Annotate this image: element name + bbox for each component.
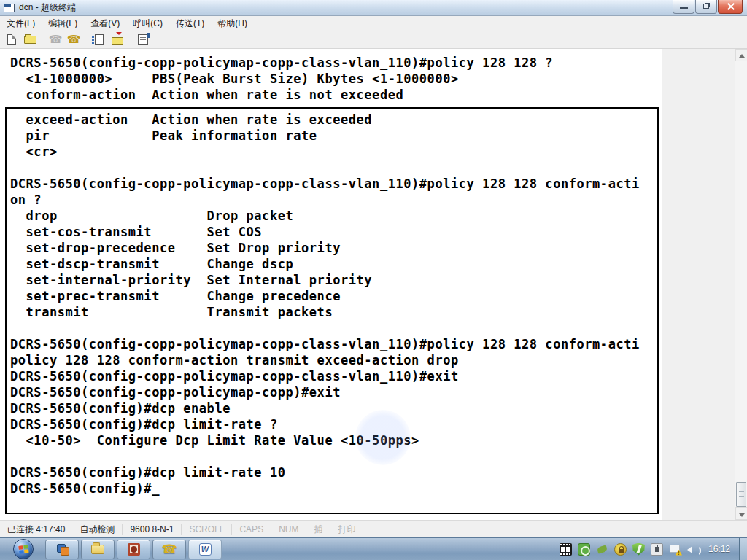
send-file-icon: [95, 34, 104, 45]
scrollbar-thumb[interactable]: [736, 482, 746, 507]
open-folder-icon: [24, 36, 36, 44]
title-bar[interactable]: dcn - 超级终端: [0, 0, 747, 16]
status-baud: 9600 8-N-1: [123, 524, 182, 535]
screen-record-icon[interactable]: [578, 543, 590, 556]
terminal-line: <1-1000000> PBS(Peak Burst Size) Kbytes …: [10, 71, 553, 87]
taskbar-clock[interactable]: 16:12: [708, 544, 730, 554]
hang-up-button[interactable]: ☎: [65, 32, 82, 47]
network-warning-icon[interactable]: [669, 543, 681, 556]
terminal-line: DCRS-5650(config)#dcp enable: [10, 400, 640, 416]
status-capture: 捕: [306, 524, 330, 535]
vertical-scrollbar[interactable]: [735, 49, 747, 520]
restore-button[interactable]: [695, 0, 717, 14]
antivirus-shield-icon[interactable]: [632, 543, 645, 556]
status-caps: CAPS: [232, 524, 271, 535]
properties-icon: [138, 34, 148, 45]
terminal-client-area[interactable]: DCRS-5650(config-copp-policymap-copp-cla…: [0, 49, 747, 520]
system-tray: 16:12: [560, 538, 747, 560]
open-button[interactable]: [21, 32, 39, 47]
toolbar: ☎ ☎: [0, 31, 747, 49]
security-lock-icon[interactable]: [614, 543, 627, 556]
overlapping-windows-icon: [57, 544, 68, 554]
taskbar-button-explorer[interactable]: [81, 540, 115, 559]
terminal-line: set-dscp-transmit Change dscp: [10, 256, 640, 272]
terminal-line: policy 128 128 conform-action transmit e…: [10, 352, 640, 368]
terminal-scrollback: DCRS-5650(config-copp-policymap-copp-cla…: [10, 55, 553, 103]
volume-icon[interactable]: [687, 543, 700, 556]
status-connected: 已连接 4:17:40: [0, 524, 72, 535]
terminal-line: [10, 160, 640, 176]
terminal-line: <cr>: [10, 144, 640, 160]
send-file-button[interactable]: [90, 32, 108, 47]
terminal-screen: exceed-action Action when rate is exceed…: [10, 112, 640, 497]
terminal-line: DCRS-5650(config-copp-policymap-copp-cla…: [10, 336, 640, 352]
terminal-line: set-drop-precedence Set Drop priority: [10, 240, 640, 256]
restore-icon: [703, 4, 709, 9]
new-connection-button[interactable]: [3, 32, 20, 47]
new-connection-icon: [7, 34, 16, 45]
terminal-line: pir Peak information rate: [10, 128, 640, 144]
terminal-text-region[interactable]: DCRS-5650(config-copp-policymap-copp-cla…: [0, 49, 662, 520]
terminal-line: DCRS-5650(config-copp-policymap-copp)#ex…: [10, 384, 640, 400]
terminal-line: exceed-action Action when rate is exceed…: [10, 112, 640, 128]
terminal-screen-box: exceed-action Action when rate is exceed…: [5, 107, 659, 514]
taskbar-button-vm-app[interactable]: [45, 540, 79, 559]
minimize-icon: [680, 7, 688, 9]
menu-help[interactable]: 帮助(H): [211, 16, 254, 31]
menu-bar: 文件(F) 编辑(E) 查看(V) 呼叫(C) 传送(T) 帮助(H): [0, 16, 747, 31]
windows-logo-icon: [18, 545, 29, 555]
arrow-up-icon: [739, 54, 745, 58]
terminal-line: DCRS-5650(config-copp-policymap-copp-cla…: [10, 55, 553, 71]
taskbar: ☎ W 16:12: [0, 537, 747, 560]
film-strip-icon[interactable]: [560, 543, 572, 556]
safely-remove-device-icon[interactable]: [651, 543, 663, 556]
recorder-icon: [128, 543, 140, 556]
desktop: dcn - 超级终端 文件(F) 编辑(E) 查看(V) 呼叫(C) 传送(T)…: [0, 0, 747, 560]
terminal-line: <10-50> Configure Dcp Limit Rate Value <…: [10, 432, 640, 448]
hang-up-phone-icon: ☎: [67, 34, 81, 45]
menu-file[interactable]: 文件(F): [0, 16, 42, 31]
taskbar-button-word[interactable]: W: [188, 540, 222, 559]
menu-edit[interactable]: 编辑(E): [42, 16, 84, 31]
word-icon: W: [199, 543, 212, 556]
terminal-line: DCRS-5650(config)#dcp limit-rate ?: [10, 416, 640, 432]
terminal-line: transmit Transmit packets: [10, 304, 640, 320]
terminal-line: set-cos-transmit Set COS: [10, 224, 640, 240]
terminal-line: set-internal-priority Set Internal prior…: [10, 272, 640, 288]
folder-icon: [91, 545, 104, 554]
app-window-icon: [4, 4, 15, 12]
terminal-line: DCRS-5650(config-copp-policymap-copp-cla…: [10, 368, 640, 384]
close-button[interactable]: [718, 0, 743, 14]
graphics-leaf-icon[interactable]: [596, 543, 608, 556]
menu-view[interactable]: 查看(V): [84, 16, 126, 31]
arrow-down-icon: [739, 513, 745, 517]
status-scroll: SCROLL: [182, 524, 232, 535]
menu-call[interactable]: 呼叫(C): [126, 16, 169, 31]
receive-file-icon: [112, 37, 123, 45]
terminal-line: drop Drop packet: [10, 208, 640, 224]
terminal-line: DCRS-5650(config-copp-policymap-copp-cla…: [10, 176, 640, 192]
scroll-up-button[interactable]: [735, 49, 747, 61]
status-autodetect: 自动检测: [72, 524, 123, 535]
terminal-line: set-prec-transmit Change precedence: [10, 288, 640, 304]
status-bar: 已连接 4:17:40 自动检测 9600 8-N-1 SCROLL CAPS …: [0, 520, 747, 537]
properties-button[interactable]: [134, 32, 152, 47]
window-controls: [672, 0, 743, 14]
status-num: NUM: [271, 524, 306, 535]
window-title: dcn - 超级终端: [19, 1, 76, 14]
show-desktop-button[interactable]: [739, 538, 747, 560]
minimize-button[interactable]: [673, 0, 694, 14]
status-print: 打印: [330, 524, 363, 535]
start-button[interactable]: [13, 539, 34, 559]
taskbar-button-hyperterminal[interactable]: ☎: [152, 540, 186, 559]
receive-file-button[interactable]: [109, 32, 126, 47]
scroll-down-button[interactable]: [735, 508, 747, 520]
menu-transfer[interactable]: 传送(T): [169, 16, 211, 31]
terminal-line: on ?: [10, 192, 640, 208]
call-phone-icon: ☎: [49, 34, 63, 45]
call-button: ☎: [47, 32, 64, 47]
terminal-line: DCRS-5650(config)#_: [10, 481, 640, 497]
terminal-line: DCRS-5650(config)#dcp limit-rate 10: [10, 464, 640, 481]
taskbar-button-recorder[interactable]: [117, 540, 150, 559]
terminal-line: [10, 320, 640, 336]
